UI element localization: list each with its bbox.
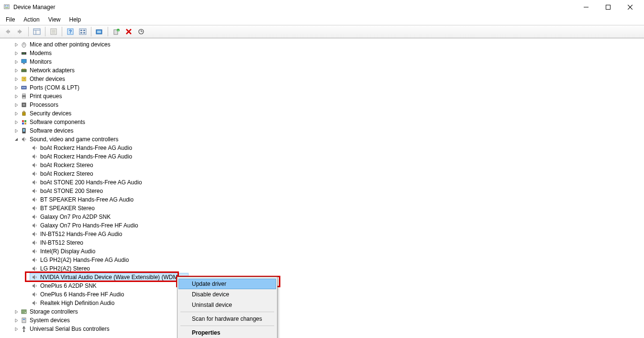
update-driver-button[interactable]	[135, 26, 147, 37]
expander-closed-icon[interactable]	[12, 49, 20, 57]
tree-device[interactable]: boAt STONE 200 Hands-Free AG Audio	[0, 178, 644, 187]
svg-rect-53	[22, 120, 24, 122]
tree-device[interactable]: LG PH2(A2) Hands-Free AG Audio	[0, 256, 644, 264]
printer-icon	[20, 92, 28, 100]
expander-closed-icon[interactable]	[12, 75, 20, 83]
maximize-button[interactable]	[597, 0, 619, 14]
expander-closed-icon[interactable]	[12, 118, 20, 126]
context-menu-item[interactable]: Properties	[178, 327, 276, 338]
tree-device[interactable]: LG PH2(A2) Stereo	[0, 264, 644, 273]
expander-closed-icon[interactable]	[12, 308, 20, 315]
uninstall-button[interactable]	[123, 26, 134, 37]
tree-device-label: Galaxy On7 Pro A2DP SNK	[40, 214, 111, 220]
tree-category[interactable]: Security devices	[0, 109, 644, 118]
context-menu-item[interactable]: Disable device	[178, 289, 276, 300]
tree-category[interactable]: Sound, video and game controllers	[0, 135, 644, 144]
context-menu-item[interactable]: Uninstall device	[178, 300, 276, 310]
back-button[interactable]	[2, 26, 13, 37]
audio-device-icon	[31, 144, 38, 152]
tree-device-label: BT SPEAKER Stereo	[40, 205, 95, 212]
tree-category[interactable]: Universal Serial Bus controllers	[0, 325, 644, 333]
audio-device-icon	[31, 291, 38, 298]
tree-device[interactable]: Realtek High Definition Audio	[0, 299, 644, 307]
svg-rect-40	[22, 68, 23, 69]
expander-closed-icon[interactable]	[12, 110, 20, 117]
tree-category[interactable]: Ports (COM & LPT)	[0, 83, 644, 92]
action-button[interactable]	[77, 26, 89, 37]
spacer	[23, 222, 31, 229]
tree-category[interactable]: Software devices	[0, 126, 644, 135]
expander-closed-icon[interactable]	[12, 41, 20, 48]
forward-button[interactable]	[14, 26, 26, 37]
tree-device[interactable]: BT SPEAKER Stereo	[0, 204, 644, 213]
tree-device[interactable]: NVIDIA Virtual Audio Device (Wave Extens…	[0, 273, 644, 282]
tree-category-label: Software components	[30, 119, 85, 125]
tree-device[interactable]: Galaxy On7 Pro A2DP SNK	[0, 213, 644, 221]
tree-device[interactable]: Intel(R) Display Audio	[0, 247, 644, 256]
tree-device[interactable]: OnePlus 6 Hands-Free HF Audio	[0, 290, 644, 299]
tree-device-label: BT SPEAKER Hands-Free AG Audio	[40, 196, 133, 203]
svg-rect-49	[22, 97, 25, 99]
tree-category[interactable]: Modems	[0, 49, 644, 57]
tree-category[interactable]: Print queues	[0, 92, 644, 101]
expander-closed-icon[interactable]	[12, 101, 20, 109]
add-legacy-button[interactable]: +	[111, 26, 122, 37]
show-hide-tree-button[interactable]	[31, 26, 43, 37]
tree-device[interactable]: IN-BT512 Hands-Free AG Audio	[0, 230, 644, 238]
expander-closed-icon[interactable]	[12, 67, 20, 74]
minimize-button[interactable]	[575, 0, 597, 14]
tree-category[interactable]: Network adapters	[0, 66, 644, 75]
audio-device-icon	[31, 161, 38, 169]
expander-closed-icon[interactable]	[12, 58, 20, 66]
tree-category-label: System devices	[30, 317, 70, 324]
svg-rect-0	[4, 5, 10, 9]
tree-device[interactable]: IN-BT512 Stereo	[0, 238, 644, 247]
audio-device-icon	[31, 282, 38, 290]
tree-device[interactable]: boAt Rockerz Stereo	[0, 169, 644, 178]
tree-category[interactable]: Software components	[0, 118, 644, 126]
audio-device-icon	[31, 222, 38, 229]
scan-hardware-button[interactable]	[94, 26, 105, 37]
audio-device-icon	[31, 230, 38, 238]
spacer	[23, 161, 31, 169]
spacer	[23, 291, 31, 298]
tree-device[interactable]: Galaxy On7 Pro Hands-Free HF Audio	[0, 221, 644, 230]
menu-action[interactable]: Action	[20, 15, 43, 24]
close-button[interactable]	[619, 0, 641, 14]
spacer	[23, 153, 31, 160]
menu-file[interactable]: File	[2, 15, 19, 24]
tree-category[interactable]: Storage controllers	[0, 307, 644, 316]
tree-device-label: boAt STONE 200 Hands-Free AG Audio	[40, 179, 142, 186]
expander-closed-icon[interactable]	[12, 316, 20, 324]
tree-device[interactable]: OnePlus 6 A2DP SNK	[0, 282, 644, 290]
cpu-icon	[20, 101, 28, 109]
svg-rect-25	[97, 31, 101, 33]
tree-category[interactable]: Monitors	[0, 57, 644, 66]
expander-closed-icon[interactable]	[12, 325, 20, 333]
port-icon	[20, 84, 28, 91]
tree-category[interactable]: System devices	[0, 316, 644, 325]
expander-closed-icon[interactable]	[12, 127, 20, 135]
tree-device[interactable]: boAt Rockerz Hands-Free AG Audio	[0, 144, 644, 152]
tree-category[interactable]: ?Other devices	[0, 75, 644, 83]
tree-device-label: Realtek High Definition Audio	[40, 300, 114, 306]
tree-device[interactable]: boAt Rockerz Stereo	[0, 161, 644, 169]
spacer	[23, 230, 31, 238]
tree-device[interactable]: boAt STONE 200 Stereo	[0, 187, 644, 195]
properties-button[interactable]	[48, 26, 59, 37]
svg-rect-39	[22, 69, 26, 72]
expander-closed-icon[interactable]	[12, 92, 20, 100]
expander-closed-icon[interactable]	[12, 84, 20, 91]
help-button[interactable]: ?	[65, 26, 76, 37]
tree-device[interactable]: boAt Rockerz Hands-Free AG Audio	[0, 152, 644, 161]
tree-category[interactable]: Processors	[0, 101, 644, 109]
tree-device[interactable]: BT SPEAKER Hands-Free AG Audio	[0, 195, 644, 204]
menu-view[interactable]: View	[44, 15, 65, 24]
device-tree[interactable]: Mice and other pointing devicesModemsMon…	[0, 38, 644, 338]
menu-help[interactable]: Help	[66, 15, 85, 24]
tree-category[interactable]: Mice and other pointing devices	[0, 40, 644, 49]
context-menu-item[interactable]: Update driver	[178, 279, 276, 289]
spacer	[23, 273, 31, 281]
context-menu-item[interactable]: Scan for hardware changes	[178, 314, 276, 324]
expander-open-icon[interactable]	[12, 135, 20, 143]
